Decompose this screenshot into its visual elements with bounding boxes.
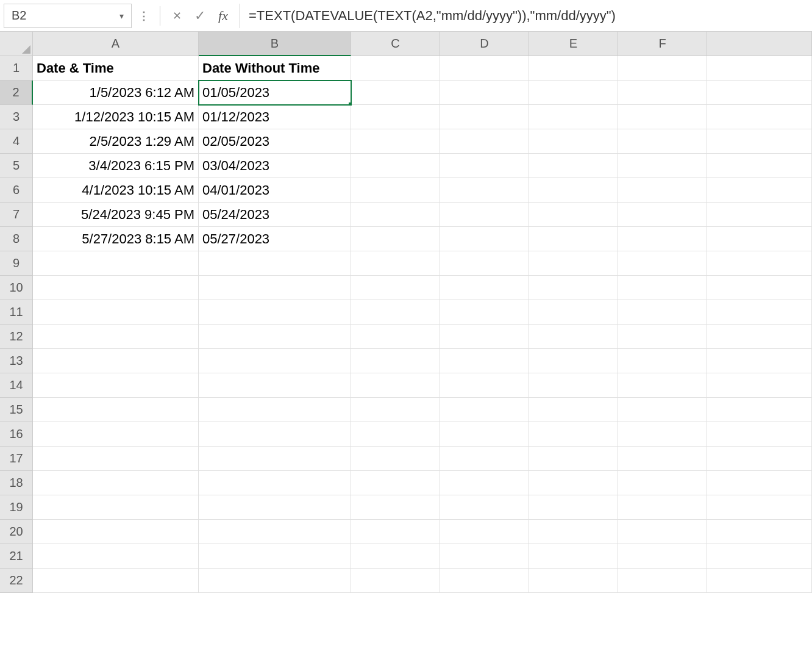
cell-A15[interactable] xyxy=(33,398,199,422)
cell-extra-18[interactable] xyxy=(707,471,812,495)
cell-E1[interactable] xyxy=(529,56,618,81)
cell-C5[interactable] xyxy=(351,154,440,178)
cell-E17[interactable] xyxy=(529,447,618,471)
column-header-F[interactable]: F xyxy=(618,32,707,56)
cell-B21[interactable] xyxy=(199,544,351,569)
cell-C20[interactable] xyxy=(351,520,440,544)
row-header-12[interactable]: 12 xyxy=(0,325,33,349)
row-header-19[interactable]: 19 xyxy=(0,495,33,520)
cell-E2[interactable] xyxy=(529,81,618,105)
column-header-D[interactable]: D xyxy=(440,32,529,56)
cell-E19[interactable] xyxy=(529,495,618,520)
cell-E14[interactable] xyxy=(529,373,618,398)
cell-A5[interactable]: 3/4/2023 6:15 PM xyxy=(33,154,199,178)
cell-A3[interactable]: 1/12/2023 10:15 AM xyxy=(33,105,199,129)
cell-A6[interactable]: 4/1/2023 10:15 AM xyxy=(33,178,199,203)
cell-D6[interactable] xyxy=(440,178,529,203)
cell-D9[interactable] xyxy=(440,251,529,276)
cell-A7[interactable]: 5/24/2023 9:45 PM xyxy=(33,203,199,227)
cell-B13[interactable] xyxy=(199,349,351,373)
cell-A21[interactable] xyxy=(33,544,199,569)
cell-A19[interactable] xyxy=(33,495,199,520)
cell-F16[interactable] xyxy=(618,422,707,447)
cell-F10[interactable] xyxy=(618,276,707,300)
cell-D11[interactable] xyxy=(440,300,529,325)
cell-extra-20[interactable] xyxy=(707,520,812,544)
cell-E22[interactable] xyxy=(529,569,618,593)
cell-A2[interactable]: 1/5/2023 6:12 AM xyxy=(33,81,199,105)
cell-E13[interactable] xyxy=(529,349,618,373)
cell-F13[interactable] xyxy=(618,349,707,373)
row-header-18[interactable]: 18 xyxy=(0,471,33,495)
cell-extra-17[interactable] xyxy=(707,447,812,471)
cell-extra-8[interactable] xyxy=(707,227,812,251)
row-header-2[interactable]: 2 xyxy=(0,81,33,105)
cell-B15[interactable] xyxy=(199,398,351,422)
row-header-3[interactable]: 3 xyxy=(0,105,33,129)
cell-A12[interactable] xyxy=(33,325,199,349)
cell-extra-22[interactable] xyxy=(707,569,812,593)
cell-F4[interactable] xyxy=(618,129,707,154)
cell-D20[interactable] xyxy=(440,520,529,544)
cell-B5[interactable]: 03/04/2023 xyxy=(199,154,351,178)
row-header-17[interactable]: 17 xyxy=(0,447,33,471)
fx-icon[interactable]: fx xyxy=(214,7,232,25)
cell-C21[interactable] xyxy=(351,544,440,569)
cell-C13[interactable] xyxy=(351,349,440,373)
cell-extra-11[interactable] xyxy=(707,300,812,325)
cell-C12[interactable] xyxy=(351,325,440,349)
cell-E11[interactable] xyxy=(529,300,618,325)
cell-B12[interactable] xyxy=(199,325,351,349)
cell-A8[interactable]: 5/27/2023 8:15 AM xyxy=(33,227,199,251)
row-header-8[interactable]: 8 xyxy=(0,227,33,251)
cell-A18[interactable] xyxy=(33,471,199,495)
cell-A10[interactable] xyxy=(33,276,199,300)
cell-C2[interactable] xyxy=(351,81,440,105)
cell-B9[interactable] xyxy=(199,251,351,276)
cell-C22[interactable] xyxy=(351,569,440,593)
cell-A16[interactable] xyxy=(33,422,199,447)
cell-E18[interactable] xyxy=(529,471,618,495)
cell-F12[interactable] xyxy=(618,325,707,349)
column-header-A[interactable]: A xyxy=(33,32,199,56)
cell-E7[interactable] xyxy=(529,203,618,227)
column-header-E[interactable]: E xyxy=(529,32,618,56)
cell-D15[interactable] xyxy=(440,398,529,422)
cell-D8[interactable] xyxy=(440,227,529,251)
cell-E21[interactable] xyxy=(529,544,618,569)
row-header-21[interactable]: 21 xyxy=(0,544,33,569)
cell-F5[interactable] xyxy=(618,154,707,178)
chevron-down-icon[interactable]: ▾ xyxy=(119,11,124,21)
row-header-7[interactable]: 7 xyxy=(0,203,33,227)
cell-C9[interactable] xyxy=(351,251,440,276)
cell-F11[interactable] xyxy=(618,300,707,325)
cell-B14[interactable] xyxy=(199,373,351,398)
cell-E15[interactable] xyxy=(529,398,618,422)
cancel-icon[interactable]: ✕ xyxy=(168,7,186,25)
cell-extra-9[interactable] xyxy=(707,251,812,276)
cell-B11[interactable] xyxy=(199,300,351,325)
cell-extra-15[interactable] xyxy=(707,398,812,422)
cell-E5[interactable] xyxy=(529,154,618,178)
cell-F6[interactable] xyxy=(618,178,707,203)
cell-D17[interactable] xyxy=(440,447,529,471)
cell-C10[interactable] xyxy=(351,276,440,300)
cell-extra-10[interactable] xyxy=(707,276,812,300)
cell-A22[interactable] xyxy=(33,569,199,593)
cell-C8[interactable] xyxy=(351,227,440,251)
cell-D21[interactable] xyxy=(440,544,529,569)
cell-A13[interactable] xyxy=(33,349,199,373)
cell-extra-19[interactable] xyxy=(707,495,812,520)
cell-B1[interactable]: Date Without Time xyxy=(199,56,351,81)
cell-F7[interactable] xyxy=(618,203,707,227)
more-icon[interactable]: ⋮ xyxy=(134,7,152,25)
cell-D4[interactable] xyxy=(440,129,529,154)
cell-E20[interactable] xyxy=(529,520,618,544)
cell-A9[interactable] xyxy=(33,251,199,276)
cell-D22[interactable] xyxy=(440,569,529,593)
cell-F20[interactable] xyxy=(618,520,707,544)
cell-F8[interactable] xyxy=(618,227,707,251)
cell-extra-4[interactable] xyxy=(707,129,812,154)
cell-D2[interactable] xyxy=(440,81,529,105)
cell-B19[interactable] xyxy=(199,495,351,520)
